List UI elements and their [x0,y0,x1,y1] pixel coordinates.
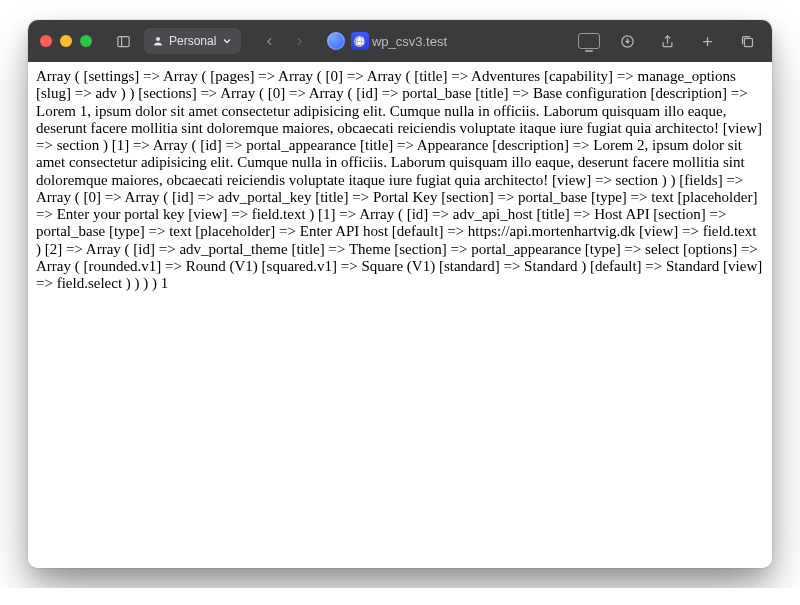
new-tab-button[interactable] [694,28,720,54]
svg-point-2 [156,37,160,41]
toolbar-right [578,28,760,54]
profile-label: Personal [169,34,216,48]
window-controls [40,35,92,47]
svg-rect-9 [744,38,752,46]
person-icon [152,35,164,47]
array-dump-text: Array ( [settings] => Array ( [pages] =>… [36,68,764,292]
navigation-group [255,28,313,54]
extension-icon-1[interactable] [327,32,345,50]
close-window-button[interactable] [40,35,52,47]
back-button[interactable] [255,28,283,54]
forward-button[interactable] [285,28,313,54]
globe-icon [353,35,366,48]
tabs-overview-button[interactable] [734,28,760,54]
chevron-down-icon [221,35,233,47]
minimize-window-button[interactable] [60,35,72,47]
titlebar: Personal wp_csv3.test [28,20,772,62]
maximize-window-button[interactable] [80,35,92,47]
profile-switcher[interactable]: Personal [144,28,241,54]
address-display[interactable]: wp_csv3.test [353,34,447,49]
downloads-button[interactable] [614,28,640,54]
share-button[interactable] [654,28,680,54]
address-text: wp_csv3.test [372,34,447,49]
browser-window: Personal wp_csv3.test [28,20,772,568]
svg-rect-0 [117,36,128,46]
page-content: Array ( [settings] => Array ( [pages] =>… [28,62,772,568]
device-icon[interactable] [578,33,600,49]
sidebar-toggle-button[interactable] [110,28,136,54]
